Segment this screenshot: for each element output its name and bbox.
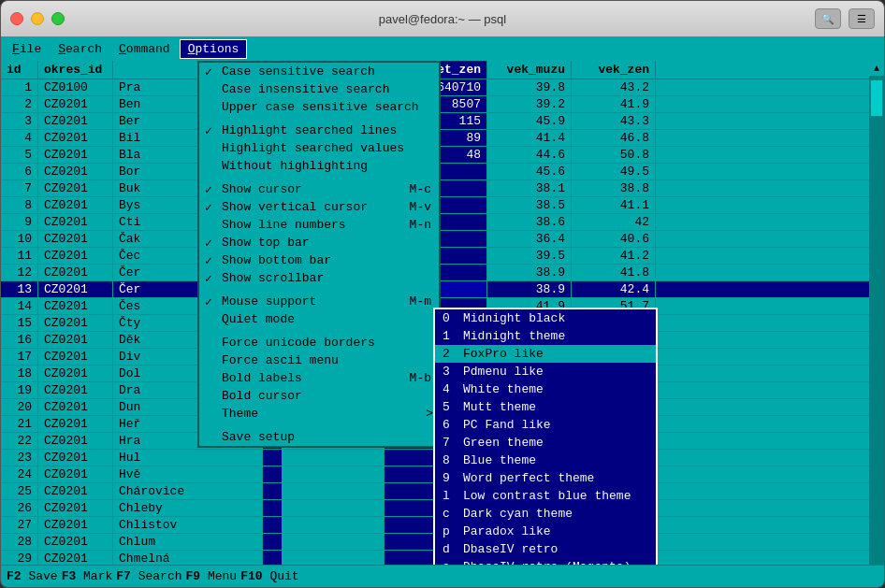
check-mark: ✓	[205, 236, 212, 251]
cell-td-okres: CZ0201	[38, 265, 113, 280]
footer-item[interactable]: F3 Mark	[62, 569, 113, 583]
theme-menu-item[interactable]: 0Midnight black	[435, 309, 656, 327]
window-controls	[10, 12, 65, 25]
col-id: id	[1, 61, 38, 79]
theme-key: e	[442, 560, 456, 565]
cell-td-okres: CZ0201	[38, 399, 113, 415]
cell-td-vek-muzu: 38.9	[487, 281, 572, 297]
options-menu-item[interactable]: Case insensitive search	[199, 80, 439, 98]
scroll-up[interactable]: ▲	[869, 61, 884, 76]
options-menu-item[interactable]: ✓Case sensitive search	[199, 63, 439, 80]
options-menu-item[interactable]: ✓Mouse supportM-m	[199, 293, 439, 310]
options-menu-item[interactable]: ✓Highlight searched lines	[199, 122, 439, 139]
options-menu-item[interactable]: Upper case sensitive search	[199, 98, 439, 116]
theme-menu-item[interactable]: 9Word perfect theme	[435, 469, 656, 487]
theme-menu-item[interactable]: cDark cyan theme	[435, 505, 656, 523]
theme-menu-item[interactable]: 4White theme	[435, 380, 656, 398]
options-menu-item[interactable]: ✓Show cursorM-c	[199, 180, 439, 198]
minimize-button[interactable]	[31, 12, 44, 25]
theme-menu-item[interactable]: 2FoxPro like	[435, 345, 656, 363]
theme-submenu: 0Midnight black1Midnight theme2FoxPro li…	[433, 308, 658, 565]
shortcut-label: M-m	[410, 294, 431, 308]
cell-td-vek-muzu: 41.4	[487, 130, 572, 146]
theme-menu-item[interactable]: 3Pdmenu like	[435, 363, 656, 380]
theme-menu-item[interactable]: 7Green theme	[435, 434, 656, 452]
menu-command[interactable]: Command	[111, 40, 178, 58]
theme-menu-item[interactable]: 6PC Fand like	[435, 416, 656, 434]
theme-label: White theme	[463, 382, 544, 396]
footer-item[interactable]: F10 Quit	[240, 569, 298, 583]
close-button[interactable]	[10, 12, 23, 25]
footer: F2 Save F3 Mark F7 Search F9 Menu F10 Qu…	[1, 565, 884, 587]
theme-menu-item[interactable]: 8Blue theme	[435, 452, 656, 469]
cell-td-id: 17	[1, 349, 38, 365]
theme-key: 0	[442, 311, 456, 325]
footer-key: F3	[62, 569, 77, 583]
theme-key: 1	[442, 329, 456, 343]
search-title-icon[interactable]: 🔍	[815, 8, 841, 29]
footer-item[interactable]: F7 Search	[116, 569, 181, 583]
footer-item[interactable]: F9 Menu	[186, 569, 238, 583]
cell-td-nazev: Chárovice	[113, 483, 263, 499]
options-menu-item[interactable]: Without highlighting	[199, 157, 439, 175]
cell-td-okres: CZ0201	[38, 231, 113, 247]
options-menu-item[interactable]: Bold labelsM-b	[199, 369, 439, 387]
footer-label: Save	[28, 569, 57, 583]
options-menu-item[interactable]: Save setup	[199, 428, 439, 446]
cell-td-okres: CZ0201	[38, 517, 113, 533]
cell-td-vek-zen: 40.6	[572, 231, 656, 247]
scrollbar[interactable]: ▲	[869, 61, 884, 565]
theme-label: Paradox like	[463, 524, 551, 538]
theme-menu-item[interactable]: 5Mutt theme	[435, 398, 656, 416]
scroll-thumb[interactable]	[870, 79, 883, 117]
options-menu-item[interactable]: ✓Show scrollbar	[199, 269, 439, 287]
theme-label: PC Fand like	[463, 418, 551, 432]
options-menu-item[interactable]: Highlight searched values	[199, 139, 439, 157]
options-menu-item[interactable]: Force unicode borders	[199, 334, 439, 351]
row-sep	[263, 534, 282, 550]
main-area: id okres_id pocet_muzu pocet_zen vek_muz…	[1, 61, 884, 565]
cell-td-okres: CZ0201	[38, 147, 113, 163]
cell-td-vek-muzu: 38.9	[487, 265, 572, 280]
options-menu-item[interactable]: ✓Show top bar	[199, 234, 439, 251]
cell-td-nazev: Chlum	[113, 534, 263, 550]
options-menu-item[interactable]: Quiet mode	[199, 310, 439, 328]
cell-td-id: 20	[1, 399, 38, 415]
col-okres: okres_id	[38, 61, 113, 79]
options-menu-item[interactable]: Show line numbersM-n	[199, 216, 439, 234]
theme-key: p	[442, 524, 456, 538]
menu-search[interactable]: Search	[51, 40, 109, 58]
theme-label: Low contrast blue theme	[463, 489, 631, 503]
theme-menu-item[interactable]: 1Midnight theme	[435, 327, 656, 345]
cell-td-id: 9	[1, 214, 38, 230]
menu-file[interactable]: File	[5, 40, 49, 58]
footer-item[interactable]: F2 Save	[7, 569, 58, 583]
cell-td-id: 14	[1, 298, 38, 314]
menu-options[interactable]: Options	[180, 39, 248, 59]
cell-td-okres: CZ0201	[38, 416, 113, 432]
cell-td-vek-zen: 41.1	[572, 197, 656, 213]
col-vek-zen: vek_zen	[572, 61, 656, 79]
cell-td-id: 28	[1, 534, 38, 550]
maximize-button[interactable]	[51, 12, 65, 25]
options-menu-item[interactable]: Bold cursor	[199, 387, 439, 405]
cell-td-id: 16	[1, 332, 38, 348]
menu-title-icon[interactable]: ☰	[849, 8, 875, 29]
theme-menu-item[interactable]: eDbaseIV retro (Magenta)	[435, 558, 656, 565]
cell-td-pocet-muzu	[282, 500, 384, 516]
cell-td-vek-muzu: 39.5	[487, 248, 572, 264]
row-sep	[263, 551, 282, 565]
options-menu-item[interactable]: Theme	[199, 405, 439, 423]
cell-td-okres: CZ0201	[38, 315, 113, 331]
cell-td-okres: CZ0201	[38, 466, 113, 482]
theme-menu-item[interactable]: dDbaseIV retro	[435, 540, 656, 558]
theme-menu-item[interactable]: pParadox like	[435, 523, 656, 540]
options-menu-item[interactable]: ✓Show bottom bar	[199, 251, 439, 269]
shortcut-label: M-v	[410, 200, 431, 214]
options-menu-item[interactable]: ✓Show vertical cursorM-v	[199, 198, 439, 216]
theme-label: FoxPro like	[463, 347, 544, 361]
theme-menu-item[interactable]: lLow contrast blue theme	[435, 487, 656, 505]
cell-td-id: 6	[1, 164, 38, 179]
cell-td-okres: CZ0201	[38, 164, 113, 179]
options-menu-item[interactable]: Force ascii menu	[199, 351, 439, 369]
